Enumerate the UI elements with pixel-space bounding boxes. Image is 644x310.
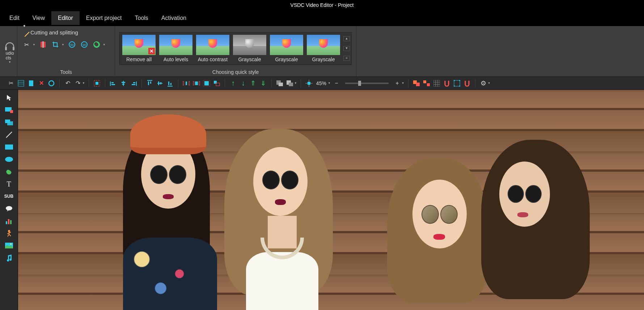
layer-tool[interactable] [27,79,35,88]
align-middle-v-tool[interactable] [156,79,164,88]
align-center-h-tool[interactable] [119,79,128,88]
snap-1-tool[interactable] [442,79,451,88]
svg-rect-32 [168,81,169,85]
style-auto-contrast[interactable]: Auto contrast [195,34,230,63]
properties-icon [18,80,24,87]
split-button[interactable] [38,40,48,49]
cut-button[interactable]: ✂ [22,40,31,49]
tooltip-tool[interactable] [3,204,15,214]
ellipse-tool[interactable] [3,154,15,164]
svg-rect-34 [183,81,184,85]
chart-tool[interactable] [3,216,15,226]
chevron-down-icon[interactable]: ▼ [103,43,106,46]
text-tool[interactable]: T [3,179,15,189]
canvas[interactable] [18,90,644,310]
align-right-icon [130,80,137,87]
svg-point-73 [5,157,13,162]
gallery-scroll-up[interactable]: ▲ [343,36,350,41]
style-grayscale-3[interactable]: Grayscale [306,34,341,63]
pointer-icon [6,94,12,101]
split-icon [40,41,46,48]
chevron-down-icon[interactable]: ▼ [33,43,35,46]
zoom-value[interactable]: 45% [315,80,328,86]
audio-effects-button[interactable]: udio cts ▼ [4,40,15,64]
cut-tool[interactable]: ✂ [7,79,15,88]
move-bottom-tool[interactable]: ⇓ [259,79,268,88]
group-tool[interactable] [412,79,421,88]
freeform-icon [5,168,13,175]
menu-activation[interactable]: Activation [155,11,193,25]
distribute-1-tool[interactable] [182,79,191,88]
audio-tool[interactable] [3,253,15,263]
style-remove-all[interactable]: ✕Remove all [121,34,157,63]
move-up-tool[interactable]: ↑ [229,79,237,88]
shape-subtract-tool[interactable] [285,79,294,88]
grid-tool[interactable] [432,79,441,88]
style-auto-levels[interactable]: Auto levels [158,34,194,63]
image-tool[interactable] [3,240,15,251]
svg-rect-0 [5,47,7,50]
rect-back-tool[interactable] [3,105,15,115]
rect-front-tool[interactable] [3,117,15,127]
style-grayscale-2[interactable]: Grayscale [269,34,304,63]
rotate-left-button[interactable]: 90 [67,40,77,49]
properties-tool[interactable] [17,79,25,88]
line-tool[interactable] [3,130,15,140]
shape-union-tool[interactable] [275,79,284,88]
cutting-splitting-button[interactable]: Cutting and splitting [22,29,78,35]
rotate-right-button[interactable]: 90 [80,40,89,49]
snap-2-tool[interactable] [463,79,471,88]
wand-icon [20,28,29,37]
move-top-tool[interactable]: ⇑ [249,79,258,88]
preview-image [18,90,644,310]
menu-view[interactable]: View [26,11,51,25]
separator [89,79,89,88]
ungroup-tool[interactable] [422,79,431,88]
align-bottom-tool[interactable] [166,79,174,88]
distribute-3-tool[interactable] [202,79,211,88]
separator [408,79,408,88]
refresh-button[interactable] [92,40,101,49]
rectangle-tool[interactable] [3,142,15,152]
chevron-down-icon[interactable]: ▼ [328,81,331,85]
animation-tool[interactable] [3,228,15,238]
subtitle-tool[interactable]: SUB [3,191,15,201]
distribute-2-tool[interactable] [192,79,201,88]
menu-export-project[interactable]: Export project [80,11,128,25]
circle-tool[interactable] [47,79,56,88]
gallery-expand[interactable]: ≡ [343,56,350,61]
bounds-tool[interactable] [453,79,461,88]
align-top-tool[interactable] [145,79,154,88]
select-all-tool[interactable] [93,79,101,88]
delete-tool[interactable]: ✕ [37,79,46,88]
remove-x-icon: ✕ [148,48,155,54]
zoom-out-button[interactable]: − [332,79,341,88]
move-down-tool[interactable]: ↓ [239,79,247,88]
zoom-slider[interactable] [345,83,389,84]
pointer-tool[interactable] [3,93,15,103]
style-grayscale-1[interactable]: Grayscale [232,34,267,63]
undo-tool[interactable]: ↶ [63,79,72,88]
settings-tool[interactable]: ⚙ [479,79,488,88]
chevron-down-icon[interactable]: ▼ [62,43,64,46]
crop-button[interactable] [51,40,60,49]
chevron-down-icon[interactable]: ▼ [294,81,297,85]
ribbon-group-audio: udio cts ▼ [0,26,17,76]
zoom-in-button[interactable]: + [393,79,402,88]
chevron-down-icon[interactable]: ▼ [488,81,491,85]
svg-rect-19 [123,81,124,86]
menu-tools[interactable]: Tools [128,11,154,25]
minus-icon: − [335,80,338,87]
menu-edit[interactable]: Edit [3,11,26,25]
chevron-down-icon[interactable]: ▼ [402,81,404,85]
align-right-tool[interactable] [129,79,138,88]
gallery-scroll-down[interactable]: ▼ [343,46,350,51]
chevron-down-icon[interactable]: ▼ [82,81,85,85]
center-tool[interactable] [305,79,313,88]
svg-rect-9 [18,80,24,86]
redo-tool[interactable]: ↷ [73,79,82,88]
align-left-tool[interactable] [109,79,118,88]
freeform-tool[interactable] [3,167,15,177]
menu-editor[interactable]: Editor [51,11,80,25]
distribute-4-tool[interactable] [212,79,221,88]
